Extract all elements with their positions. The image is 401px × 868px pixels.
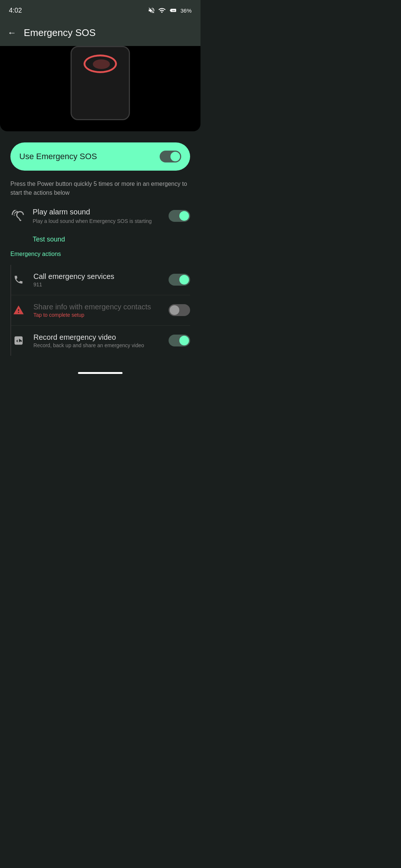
share-emergency-subtitle[interactable]: Tap to complete setup [33, 312, 161, 318]
battery-percent: 36% [180, 7, 192, 14]
toggle-thumb [170, 152, 180, 161]
action-row-call[interactable]: Call emergency services 911 [11, 265, 190, 295]
record-video-content: Record emergency video Record, back up a… [33, 333, 161, 348]
alarm-icon [10, 209, 25, 224]
alarm-sound-title: Play alarm sound [33, 208, 161, 216]
alarm-sound-toggle-container[interactable] [169, 210, 190, 222]
svg-rect-1 [170, 10, 171, 11]
share-emergency-toggle[interactable] [169, 304, 190, 316]
emergency-sos-toggle[interactable] [160, 151, 181, 162]
call-emergency-toggle[interactable] [169, 274, 190, 286]
record-toggle-thumb [179, 336, 189, 345]
status-time: 4:02 [9, 7, 22, 14]
mute-icon [148, 7, 155, 14]
description-text: Press the Power button quickly 5 times o… [10, 180, 190, 197]
main-content: Use Emergency SOS Press the Power button… [0, 131, 200, 356]
record-video-toggle-container[interactable] [169, 335, 190, 346]
share-emergency-title: Share info with emergency contacts [33, 303, 161, 311]
record-video-toggle[interactable] [169, 335, 190, 346]
share-toggle-thumb [170, 305, 179, 315]
action-row-share[interactable]: Share info with emergency contacts Tap t… [11, 295, 190, 326]
alarm-sound-toggle[interactable] [169, 210, 190, 222]
bottom-home-indicator[interactable] [78, 372, 123, 374]
call-emergency-toggle-container[interactable] [169, 274, 190, 286]
warning-icon [11, 303, 26, 318]
sos-circle-graphic [84, 55, 117, 73]
emergency-actions-header: Emergency actions [10, 251, 190, 257]
phone-icon [11, 272, 26, 287]
wifi-icon [158, 7, 166, 14]
back-button[interactable]: ← [7, 27, 16, 38]
record-video-subtitle: Record, back up and share an emergency v… [33, 342, 161, 348]
emergency-sos-label: Use Emergency SOS [19, 152, 97, 161]
call-emergency-content: Call emergency services 911 [33, 272, 161, 287]
alarm-sound-content: Play alarm sound Play a loud sound when … [33, 208, 161, 225]
alarm-sound-row: Play alarm sound Play a loud sound when … [10, 208, 190, 231]
alarm-toggle-thumb [179, 211, 189, 221]
alarm-sound-subtitle: Play a loud sound when Emergency SOS is … [33, 218, 161, 225]
emergency-sos-toggle-card[interactable]: Use Emergency SOS [10, 142, 190, 171]
page-title: Emergency SOS [24, 27, 96, 39]
top-bar: ← Emergency SOS [0, 19, 200, 46]
battery-icon [169, 7, 177, 14]
call-toggle-thumb [179, 275, 189, 285]
phone-mockup [71, 46, 130, 120]
hero-area [0, 46, 200, 131]
emergency-actions-list: Call emergency services 911 Share info w… [10, 265, 190, 356]
test-sound-link[interactable]: Test sound [33, 236, 190, 243]
call-emergency-title: Call emergency services [33, 272, 161, 281]
share-emergency-content: Share info with emergency contacts Tap t… [33, 303, 161, 318]
video-icon: * [11, 333, 26, 348]
status-icons: 36% [148, 7, 192, 14]
share-emergency-toggle-container[interactable] [169, 304, 190, 316]
action-row-record[interactable]: * Record emergency video Record, back up… [11, 326, 190, 356]
status-bar: 4:02 36% [0, 0, 200, 19]
call-emergency-subtitle: 911 [33, 282, 161, 287]
record-video-title: Record emergency video [33, 333, 161, 342]
svg-text:*: * [18, 338, 19, 342]
bottom-nav-bar [0, 365, 200, 380]
